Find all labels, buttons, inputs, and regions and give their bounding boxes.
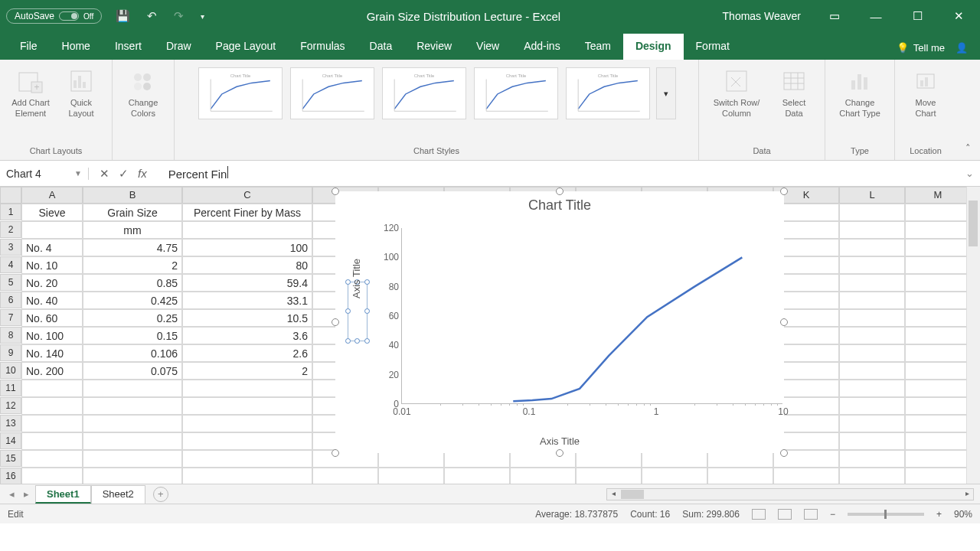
cell[interactable] (905, 327, 971, 344)
cell[interactable] (83, 397, 182, 415)
col-header-L[interactable]: L (839, 187, 905, 204)
zoom-out-icon[interactable]: − (830, 509, 835, 520)
qat-more-icon[interactable]: ▾ (201, 12, 204, 21)
tab-page-layout[interactable]: Page Layout (204, 34, 289, 60)
user-name[interactable]: Thomas Weaver (723, 10, 801, 22)
expand-formula-icon[interactable]: ⌄ (959, 168, 980, 179)
sheet-nav-next-icon[interactable]: ▸ (21, 488, 32, 500)
add-chart-element-button[interactable]: + Add Chart Element (8, 64, 54, 119)
cell[interactable]: Percent Finer by Mass (182, 204, 312, 221)
row-header-11[interactable]: 11 (0, 380, 21, 396)
select-all-corner[interactable] (0, 187, 21, 204)
cell[interactable] (182, 380, 312, 397)
cell[interactable]: No. 60 (21, 309, 83, 327)
cell[interactable]: 59.4 (182, 274, 312, 292)
cell[interactable]: No. 10 (21, 256, 83, 274)
tab-file[interactable]: File (8, 34, 50, 60)
tab-formulas[interactable]: Formulas (288, 34, 357, 60)
col-header-A[interactable]: A (21, 187, 83, 204)
change-chart-type-button[interactable]: Change Chart Type (833, 64, 887, 119)
row-header-4[interactable]: 4 (0, 256, 21, 273)
cell[interactable] (21, 468, 83, 484)
autosave-toggle[interactable]: AutoSave Off (6, 8, 102, 24)
cell[interactable]: No. 140 (21, 344, 83, 362)
cell[interactable] (182, 415, 312, 432)
cell[interactable]: No. 40 (21, 292, 83, 309)
row-header-12[interactable]: 12 (0, 397, 21, 414)
cell[interactable] (21, 415, 83, 432)
cell[interactable] (905, 221, 971, 239)
zoom-level[interactable]: 90% (954, 509, 972, 520)
chevron-down-icon[interactable]: ▼ (74, 169, 82, 178)
sheet-tab-sheet1[interactable]: Sheet1 (35, 485, 91, 504)
page-layout-view-icon[interactable] (778, 509, 792, 520)
embedded-chart[interactable]: Chart Title Axis Title 0204060801001200.… (335, 191, 784, 453)
x-axis-title[interactable]: Axis Title (335, 435, 784, 447)
ribbon-display-icon[interactable]: ▭ (819, 9, 850, 23)
cell[interactable] (182, 397, 312, 415)
cell[interactable] (642, 468, 707, 484)
cell[interactable] (839, 309, 905, 327)
cell[interactable]: 0.25 (83, 309, 182, 327)
cell[interactable]: 0.15 (83, 327, 182, 344)
cell[interactable] (905, 344, 971, 362)
cell[interactable]: 2 (83, 256, 182, 274)
col-header-B[interactable]: B (83, 187, 182, 204)
cell[interactable]: No. 100 (21, 327, 83, 344)
cell[interactable] (839, 239, 905, 256)
sheet-nav-prev-icon[interactable]: ◂ (6, 488, 18, 500)
cell[interactable] (83, 468, 182, 484)
plot-area[interactable]: 0204060801001200.010.1110 (401, 228, 782, 404)
cell[interactable]: 100 (182, 239, 312, 256)
cell[interactable]: 4.75 (83, 239, 182, 256)
cell[interactable] (839, 468, 905, 484)
cell[interactable] (839, 415, 905, 432)
row-header-3[interactable]: 3 (0, 239, 21, 256)
tab-team[interactable]: Team (573, 34, 623, 60)
cell[interactable]: 0.075 (83, 362, 182, 380)
formula-input[interactable]: Percent Fin (164, 166, 959, 181)
cell[interactable] (21, 380, 83, 397)
cell[interactable] (905, 468, 971, 484)
cell[interactable] (444, 468, 510, 484)
cell[interactable]: Sieve (21, 204, 83, 221)
quick-layout-button[interactable]: Quick Layout (58, 64, 104, 119)
cell[interactable] (312, 468, 378, 484)
cell[interactable]: mm (83, 221, 182, 239)
zoom-in-icon[interactable]: + (936, 509, 942, 520)
row-header-6[interactable]: 6 (0, 292, 21, 308)
cell[interactable] (21, 397, 83, 415)
cell[interactable]: 3.6 (182, 327, 312, 344)
cell[interactable] (905, 239, 971, 256)
cell[interactable]: 0.425 (83, 292, 182, 309)
cell[interactable] (182, 432, 312, 450)
close-icon[interactable]: ✕ (943, 9, 974, 23)
cell[interactable]: No. 4 (21, 239, 83, 256)
cell[interactable] (905, 432, 971, 450)
cell[interactable] (839, 450, 905, 468)
cell[interactable] (905, 450, 971, 468)
cell[interactable]: 80 (182, 256, 312, 274)
cell[interactable] (378, 468, 444, 484)
cell[interactable]: Grain Size (83, 204, 182, 221)
cell[interactable] (83, 450, 182, 468)
cell[interactable] (839, 397, 905, 415)
col-header-C[interactable]: C (182, 187, 312, 204)
cell[interactable]: 2 (182, 362, 312, 380)
fx-icon[interactable]: fx (138, 167, 147, 180)
cell[interactable]: 10.5 (182, 309, 312, 327)
minimize-icon[interactable]: — (861, 10, 891, 23)
enter-formula-icon[interactable]: ✓ (119, 167, 129, 181)
chart-styles-more[interactable]: ▾ (656, 67, 676, 119)
tab-review[interactable]: Review (404, 34, 464, 60)
row-header-9[interactable]: 9 (0, 344, 21, 361)
cell[interactable] (839, 432, 905, 450)
cell[interactable] (905, 415, 971, 432)
zoom-slider[interactable] (848, 513, 924, 516)
save-icon[interactable]: 💾 (116, 9, 130, 23)
cell[interactable]: 0.85 (83, 274, 182, 292)
page-break-view-icon[interactable] (804, 509, 818, 520)
chart-style-4[interactable]: Chart Title (474, 67, 558, 119)
cell[interactable] (21, 221, 83, 239)
cell[interactable] (182, 221, 312, 239)
